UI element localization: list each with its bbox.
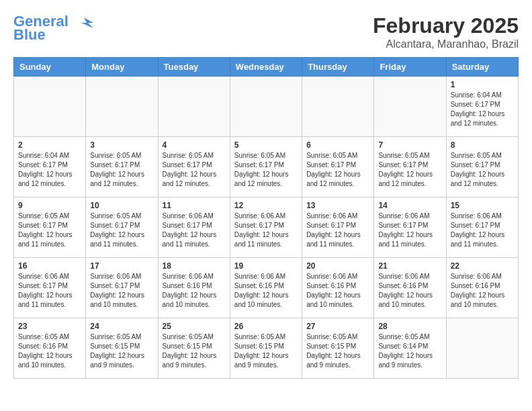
calendar-day-cell: 17Sunrise: 6:06 AM Sunset: 6:17 PM Dayli… bbox=[86, 258, 158, 318]
day-info: Sunrise: 6:06 AM Sunset: 6:16 PM Dayligh… bbox=[163, 272, 226, 310]
calendar-day-cell: 18Sunrise: 6:06 AM Sunset: 6:16 PM Dayli… bbox=[158, 258, 230, 318]
day-info: Sunrise: 6:06 AM Sunset: 6:17 PM Dayligh… bbox=[234, 212, 298, 249]
calendar-day-cell: 21Sunrise: 6:06 AM Sunset: 6:16 PM Dayli… bbox=[374, 258, 446, 318]
calendar-day-cell: 24Sunrise: 6:05 AM Sunset: 6:15 PM Dayli… bbox=[86, 318, 158, 379]
day-number: 22 bbox=[451, 261, 514, 271]
calendar-day-cell: 16Sunrise: 6:06 AM Sunset: 6:17 PM Dayli… bbox=[14, 258, 86, 318]
day-number: 3 bbox=[90, 140, 153, 150]
calendar-day-cell: 13Sunrise: 6:06 AM Sunset: 6:17 PM Dayli… bbox=[302, 197, 374, 258]
calendar-day-cell: 22Sunrise: 6:06 AM Sunset: 6:16 PM Dayli… bbox=[446, 258, 518, 318]
calendar-day-cell: 6Sunrise: 6:05 AM Sunset: 6:17 PM Daylig… bbox=[302, 137, 374, 197]
logo-blue-text: Blue bbox=[13, 27, 46, 43]
calendar-week-row: 16Sunrise: 6:06 AM Sunset: 6:17 PM Dayli… bbox=[14, 258, 519, 318]
day-number: 21 bbox=[378, 261, 441, 271]
day-of-week-header: Monday bbox=[86, 58, 158, 77]
day-number: 19 bbox=[234, 261, 298, 271]
calendar-day-cell: 3Sunrise: 6:05 AM Sunset: 6:17 PM Daylig… bbox=[86, 137, 158, 197]
day-info: Sunrise: 6:06 AM Sunset: 6:17 PM Dayligh… bbox=[451, 212, 514, 249]
calendar-day-cell: 28Sunrise: 6:05 AM Sunset: 6:14 PM Dayli… bbox=[374, 318, 446, 379]
day-of-week-header: Wednesday bbox=[230, 58, 302, 77]
day-info: Sunrise: 6:06 AM Sunset: 6:16 PM Dayligh… bbox=[234, 272, 298, 310]
title-area: February 2025 Alcantara, Maranhao, Brazi… bbox=[373, 13, 519, 50]
day-info: Sunrise: 6:04 AM Sunset: 6:17 PM Dayligh… bbox=[18, 151, 81, 189]
day-info: Sunrise: 6:05 AM Sunset: 6:15 PM Dayligh… bbox=[163, 332, 226, 370]
calendar-week-row: 9Sunrise: 6:05 AM Sunset: 6:17 PM Daylig… bbox=[14, 197, 519, 258]
calendar-day-cell: 7Sunrise: 6:05 AM Sunset: 6:17 PM Daylig… bbox=[374, 137, 446, 197]
calendar-day-cell bbox=[158, 77, 230, 137]
calendar-day-cell: 14Sunrise: 6:06 AM Sunset: 6:17 PM Dayli… bbox=[374, 197, 446, 258]
day-number: 23 bbox=[18, 322, 81, 331]
logo: General Blue bbox=[13, 13, 93, 43]
day-number: 18 bbox=[163, 261, 226, 271]
day-info: Sunrise: 6:06 AM Sunset: 6:17 PM Dayligh… bbox=[306, 212, 369, 249]
day-number: 1 bbox=[451, 80, 514, 89]
day-of-week-header: Tuesday bbox=[158, 58, 230, 77]
calendar-day-cell bbox=[14, 77, 86, 137]
calendar-day-cell: 1Sunrise: 6:04 AM Sunset: 6:17 PM Daylig… bbox=[446, 77, 518, 137]
logo-bird-icon bbox=[75, 16, 93, 28]
day-info: Sunrise: 6:06 AM Sunset: 6:16 PM Dayligh… bbox=[306, 272, 369, 310]
calendar-day-cell: 25Sunrise: 6:05 AM Sunset: 6:15 PM Dayli… bbox=[158, 318, 230, 379]
day-number: 4 bbox=[163, 140, 226, 150]
day-info: Sunrise: 6:06 AM Sunset: 6:17 PM Dayligh… bbox=[163, 212, 226, 249]
calendar-table: SundayMondayTuesdayWednesdayThursdayFrid… bbox=[13, 57, 519, 379]
day-number: 27 bbox=[306, 322, 369, 331]
day-info: Sunrise: 6:06 AM Sunset: 6:16 PM Dayligh… bbox=[451, 272, 514, 310]
day-number: 10 bbox=[90, 201, 153, 210]
day-info: Sunrise: 6:05 AM Sunset: 6:17 PM Dayligh… bbox=[306, 151, 369, 189]
calendar-day-cell: 20Sunrise: 6:06 AM Sunset: 6:16 PM Dayli… bbox=[302, 258, 374, 318]
svg-marker-0 bbox=[81, 17, 93, 28]
calendar-day-cell bbox=[302, 77, 374, 137]
calendar-day-cell: 4Sunrise: 6:05 AM Sunset: 6:17 PM Daylig… bbox=[158, 137, 230, 197]
calendar-week-row: 1Sunrise: 6:04 AM Sunset: 6:17 PM Daylig… bbox=[14, 77, 519, 137]
day-info: Sunrise: 6:05 AM Sunset: 6:15 PM Dayligh… bbox=[90, 332, 153, 370]
calendar-day-cell: 26Sunrise: 6:05 AM Sunset: 6:15 PM Dayli… bbox=[230, 318, 302, 379]
calendar-day-cell: 23Sunrise: 6:05 AM Sunset: 6:16 PM Dayli… bbox=[14, 318, 86, 379]
day-number: 25 bbox=[163, 322, 226, 331]
day-info: Sunrise: 6:05 AM Sunset: 6:17 PM Dayligh… bbox=[451, 151, 514, 189]
day-info: Sunrise: 6:06 AM Sunset: 6:16 PM Dayligh… bbox=[378, 272, 441, 310]
calendar-day-cell: 8Sunrise: 6:05 AM Sunset: 6:17 PM Daylig… bbox=[446, 137, 518, 197]
day-number: 15 bbox=[451, 201, 514, 210]
day-number: 13 bbox=[306, 201, 369, 210]
calendar-day-cell: 5Sunrise: 6:05 AM Sunset: 6:17 PM Daylig… bbox=[230, 137, 302, 197]
calendar-day-cell: 19Sunrise: 6:06 AM Sunset: 6:16 PM Dayli… bbox=[230, 258, 302, 318]
day-info: Sunrise: 6:05 AM Sunset: 6:17 PM Dayligh… bbox=[90, 151, 153, 189]
calendar-day-cell: 27Sunrise: 6:05 AM Sunset: 6:15 PM Dayli… bbox=[302, 318, 374, 379]
day-number: 2 bbox=[18, 140, 81, 150]
day-number: 6 bbox=[306, 140, 369, 150]
header: General Blue February 2025 Alcantara, Ma… bbox=[13, 13, 519, 50]
day-number: 24 bbox=[90, 322, 153, 331]
calendar-title: February 2025 bbox=[373, 13, 519, 38]
day-of-week-header: Sunday bbox=[14, 58, 86, 77]
day-info: Sunrise: 6:05 AM Sunset: 6:15 PM Dayligh… bbox=[306, 332, 369, 370]
calendar-subtitle: Alcantara, Maranhao, Brazil bbox=[373, 38, 519, 50]
day-of-week-header: Friday bbox=[374, 58, 446, 77]
calendar-day-cell bbox=[86, 77, 158, 137]
day-info: Sunrise: 6:05 AM Sunset: 6:17 PM Dayligh… bbox=[18, 212, 81, 249]
day-number: 7 bbox=[378, 140, 441, 150]
day-info: Sunrise: 6:05 AM Sunset: 6:17 PM Dayligh… bbox=[90, 212, 153, 249]
calendar-day-cell bbox=[374, 77, 446, 137]
day-info: Sunrise: 6:05 AM Sunset: 6:15 PM Dayligh… bbox=[234, 332, 298, 370]
calendar-day-cell: 2Sunrise: 6:04 AM Sunset: 6:17 PM Daylig… bbox=[14, 137, 86, 197]
calendar-week-row: 23Sunrise: 6:05 AM Sunset: 6:16 PM Dayli… bbox=[14, 318, 519, 379]
day-info: Sunrise: 6:06 AM Sunset: 6:17 PM Dayligh… bbox=[378, 212, 441, 249]
day-info: Sunrise: 6:05 AM Sunset: 6:17 PM Dayligh… bbox=[234, 151, 298, 189]
day-number: 26 bbox=[234, 322, 298, 331]
day-number: 14 bbox=[378, 201, 441, 210]
day-number: 17 bbox=[90, 261, 153, 271]
day-number: 5 bbox=[234, 140, 298, 150]
calendar-day-cell: 11Sunrise: 6:06 AM Sunset: 6:17 PM Dayli… bbox=[158, 197, 230, 258]
calendar-header-row: SundayMondayTuesdayWednesdayThursdayFrid… bbox=[14, 58, 519, 77]
day-number: 28 bbox=[378, 322, 441, 331]
day-info: Sunrise: 6:05 AM Sunset: 6:14 PM Dayligh… bbox=[378, 332, 441, 370]
day-number: 12 bbox=[234, 201, 298, 210]
day-info: Sunrise: 6:05 AM Sunset: 6:16 PM Dayligh… bbox=[18, 332, 81, 370]
day-number: 11 bbox=[163, 201, 226, 210]
calendar-day-cell: 10Sunrise: 6:05 AM Sunset: 6:17 PM Dayli… bbox=[86, 197, 158, 258]
calendar-day-cell: 12Sunrise: 6:06 AM Sunset: 6:17 PM Dayli… bbox=[230, 197, 302, 258]
day-number: 16 bbox=[18, 261, 81, 271]
day-of-week-header: Thursday bbox=[302, 58, 374, 77]
calendar-day-cell: 15Sunrise: 6:06 AM Sunset: 6:17 PM Dayli… bbox=[446, 197, 518, 258]
